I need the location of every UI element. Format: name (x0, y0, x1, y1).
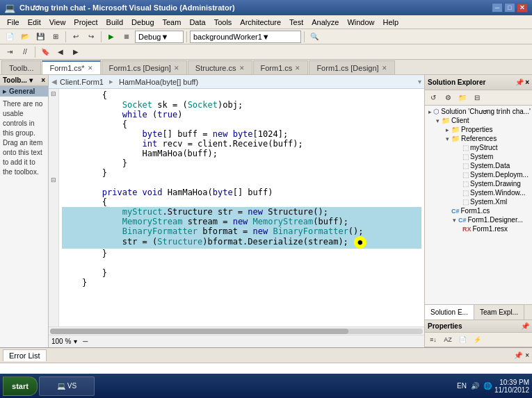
error-list-tab[interactable]: Error List (3, 349, 47, 361)
start-btn[interactable]: ▶ (104, 31, 118, 43)
config-target-box[interactable]: backgroundWorker1▼ (190, 31, 301, 43)
tree-solution-root[interactable]: ▸ ⬡ Solution 'Chương trình cha...' (426, 107, 531, 116)
find-btn[interactable]: 🔍 (307, 31, 321, 43)
solution-explorer-tree[interactable]: ▸ ⬡ Solution 'Chương trình cha...' ▾ 📁 C… (425, 106, 532, 304)
tab-close-icon2[interactable]: ✕ (174, 65, 179, 72)
tree-system-xml[interactable]: ⬚ System.Xml (426, 197, 531, 206)
save-btn[interactable]: 💾 (33, 31, 47, 43)
expand-icon[interactable]: ▾ (433, 117, 442, 124)
debug-mode-box[interactable]: Debug▼ (135, 31, 184, 43)
tree-system-window[interactable]: ⬚ System.Window... (426, 188, 531, 197)
se-properties-btn[interactable]: ⚙ (441, 92, 455, 104)
start-button[interactable]: start (3, 376, 38, 396)
expand-icon[interactable]: ▾ (443, 135, 451, 142)
tab-form1cs-design2[interactable]: Form1.cs [Design] ✕ (309, 60, 394, 74)
tab-toolbox[interactable]: Toolb... (1, 60, 41, 74)
tree-mystruct[interactable]: ⬚ myStruct (426, 143, 531, 152)
open-btn[interactable]: 📂 (18, 31, 32, 43)
menu-data[interactable]: Data (185, 17, 209, 28)
expand-icon[interactable]: ▸ (443, 126, 451, 133)
menu-help[interactable]: Help (379, 17, 403, 28)
tab-close-icon3[interactable]: ✕ (239, 65, 245, 72)
prop-sort-alpha-btn[interactable]: AZ (441, 333, 455, 346)
menu-team[interactable]: Team (159, 17, 186, 28)
nav-fwd-btn[interactable]: ▶ (69, 46, 83, 58)
tree-form1designer[interactable]: ▾ C# Form1.Designer... (426, 215, 531, 224)
menu-analyze[interactable]: Analyze (307, 17, 343, 28)
code-editor[interactable]: { Socket sk = (Socket)obj; while (true) … (59, 89, 424, 326)
tab-form1cs-design[interactable]: Form1.cs [Design] ✕ (102, 60, 187, 74)
breadcrumb-expand-btn[interactable]: ▾ (418, 78, 421, 85)
redo-btn[interactable]: ↪ (84, 31, 98, 43)
indent-btn[interactable]: ⇥ (3, 46, 17, 58)
tab-close-icon5[interactable]: ✕ (382, 65, 387, 72)
comment-btn[interactable]: // (18, 46, 32, 58)
tree-system-drawing[interactable]: ⬚ System.Drawing (426, 179, 531, 188)
se-refresh-btn[interactable]: ↺ (426, 92, 440, 104)
menu-test[interactable]: Test (285, 17, 307, 28)
zoom-minus-btn[interactable]: ─ (83, 338, 88, 345)
properties-pin-icon[interactable]: 📌 (521, 322, 529, 330)
se-pin-icon[interactable]: 📌 (515, 78, 524, 86)
se-show-files-btn[interactable]: 📁 (456, 92, 469, 104)
zoom-dropdown-btn[interactable]: ▾ (74, 338, 77, 345)
tree-references[interactable]: ▾ 📁 References (426, 134, 531, 143)
menu-tools[interactable]: Tools (210, 17, 236, 28)
save-all-btn[interactable]: ⊞ (49, 31, 63, 43)
system-label: System (470, 153, 493, 160)
tab-form1cs2[interactable]: Form1.cs ✕ (253, 60, 309, 74)
tab-close-icon4[interactable]: ✕ (295, 65, 300, 72)
tree-form1cs[interactable]: C# Form1.cs (426, 206, 531, 215)
scrollbar-thumb[interactable] (50, 329, 348, 334)
expand-icon[interactable]: ▾ (450, 217, 458, 224)
horizontal-scrollbar[interactable] (49, 326, 424, 335)
new-project-btn[interactable]: 📄 (3, 31, 17, 43)
maximize-button[interactable]: □ (504, 3, 515, 13)
editor-body[interactable]: ⊟ ⊟ { Socket sk = (Socket)obj; while (tr… (49, 89, 424, 326)
prop-events-btn[interactable]: ⚡ (470, 333, 484, 346)
tree-properties[interactable]: ▸ 📁 Properties (426, 125, 531, 134)
taskbar-vs-item[interactable]: 💻 VS (39, 376, 95, 396)
solution-icon: ⬡ (433, 108, 440, 115)
toolbox-general-section[interactable]: ▸ General (0, 86, 48, 97)
menu-file[interactable]: File (3, 17, 24, 28)
tree-client[interactable]: ▾ 📁 Client (426, 116, 531, 125)
expand-icon[interactable]: ▸ (426, 108, 433, 115)
bottom-panel-pin-icon[interactable]: 📌 (514, 351, 522, 359)
prop-sort-cat-btn[interactable]: ≡↓ (426, 333, 440, 346)
toolbox-close-icon[interactable]: × (41, 76, 45, 84)
tab-form1cs-active[interactable]: Form1.cs* ✕ (42, 60, 100, 74)
menu-view[interactable]: View (45, 17, 70, 28)
bookmark-btn[interactable]: 🔖 (38, 46, 52, 58)
close-button[interactable]: ✕ (517, 3, 528, 13)
code-line: { (62, 119, 421, 129)
nav-back-btn[interactable]: ◀ (54, 46, 67, 58)
menu-debug[interactable]: Debug (127, 17, 158, 28)
breadcrumb-class[interactable]: Client.Form1 (60, 78, 104, 86)
breadcrumb-method[interactable]: HamMaHoa(byte[] buff) (119, 78, 198, 86)
undo-btn[interactable]: ↩ (69, 31, 83, 43)
stop-btn[interactable]: ⏹ (120, 31, 134, 43)
team-explorer-tab[interactable]: Team Expl... (474, 305, 524, 320)
scrollbar-track[interactable] (50, 329, 423, 334)
menu-project[interactable]: Project (70, 17, 102, 28)
menu-build[interactable]: Build (102, 17, 127, 28)
menu-architecture[interactable]: Architecture (236, 17, 285, 28)
menu-edit[interactable]: Edit (24, 17, 45, 28)
tree-form1resx[interactable]: RX Form1.resx (426, 224, 531, 233)
tree-system-data[interactable]: ⬚ System.Data (426, 161, 531, 170)
solution-explorer-tab[interactable]: Solution E... (425, 305, 474, 320)
menu-window[interactable]: Window (343, 17, 378, 28)
tab-close-icon[interactable]: ✕ (88, 65, 93, 72)
left-panel: Toolb... ▾ × ▸ General There are no usab… (0, 75, 424, 347)
se-collapse-btn[interactable]: ⊟ (470, 92, 484, 104)
form1cs-label: Form1.cs (461, 207, 490, 215)
minimize-button[interactable]: ─ (492, 3, 503, 13)
bottom-panel-close-icon[interactable]: × (525, 351, 529, 359)
se-close-icon[interactable]: × (525, 78, 529, 86)
tab-structure[interactable]: Structure.cs ✕ (188, 60, 252, 74)
tree-system[interactable]: ⬚ System (426, 152, 531, 161)
tree-system-deploy[interactable]: ⬚ System.Deploym... (426, 170, 531, 179)
toolbox-content: There are no usable controls in this gro… (0, 97, 48, 180)
prop-pages-btn[interactable]: 📄 (456, 333, 469, 346)
